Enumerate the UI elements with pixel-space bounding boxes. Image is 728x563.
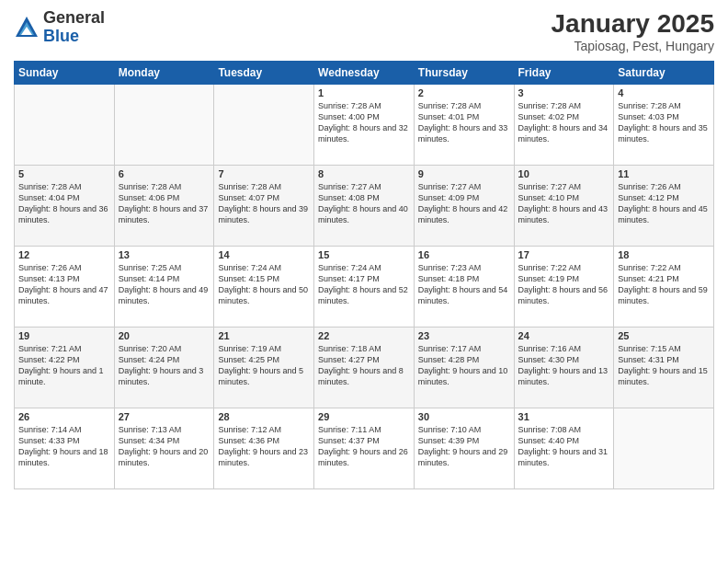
month-title: January 2025 bbox=[552, 9, 714, 39]
day-cell bbox=[114, 85, 214, 166]
day-cell: 19 Sunrise: 7:21 AMSunset: 4:22 PMDaylig… bbox=[15, 327, 115, 408]
day-info: Sunrise: 7:22 AMSunset: 4:21 PMDaylight:… bbox=[618, 262, 710, 307]
day-info: Sunrise: 7:28 AMSunset: 4:02 PMDaylight:… bbox=[518, 100, 610, 145]
day-cell: 2 Sunrise: 7:28 AMSunset: 4:01 PMDayligh… bbox=[414, 85, 514, 166]
col-tuesday: Tuesday bbox=[214, 62, 314, 85]
day-number: 29 bbox=[318, 411, 410, 422]
day-info: Sunrise: 7:13 AMSunset: 4:34 PMDaylight:… bbox=[119, 424, 210, 469]
day-number: 8 bbox=[318, 168, 410, 179]
day-cell: 1 Sunrise: 7:28 AMSunset: 4:00 PMDayligh… bbox=[314, 85, 415, 166]
day-cell: 17 Sunrise: 7:22 AMSunset: 4:19 PMDaylig… bbox=[514, 247, 614, 327]
col-sunday: Sunday bbox=[15, 62, 115, 85]
day-cell: 10 Sunrise: 7:27 AMSunset: 4:10 PMDaylig… bbox=[514, 166, 614, 247]
day-cell: 26 Sunrise: 7:14 AMSunset: 4:33 PMDaylig… bbox=[15, 408, 115, 489]
week-row-1: 1 Sunrise: 7:28 AMSunset: 4:00 PMDayligh… bbox=[15, 85, 714, 166]
day-info: Sunrise: 7:24 AMSunset: 4:17 PMDaylight:… bbox=[318, 262, 410, 307]
day-cell: 5 Sunrise: 7:28 AMSunset: 4:04 PMDayligh… bbox=[15, 166, 115, 247]
day-number: 25 bbox=[618, 330, 710, 341]
day-number: 9 bbox=[418, 168, 510, 179]
day-info: Sunrise: 7:26 AMSunset: 4:13 PMDaylight:… bbox=[18, 262, 110, 307]
day-number: 22 bbox=[318, 330, 410, 341]
day-cell: 29 Sunrise: 7:11 AMSunset: 4:37 PMDaylig… bbox=[314, 408, 415, 489]
day-cell: 14 Sunrise: 7:24 AMSunset: 4:15 PMDaylig… bbox=[214, 247, 314, 327]
day-cell: 21 Sunrise: 7:19 AMSunset: 4:25 PMDaylig… bbox=[214, 327, 314, 408]
calendar-table: Sunday Monday Tuesday Wednesday Thursday… bbox=[14, 61, 714, 489]
day-info: Sunrise: 7:28 AMSunset: 4:07 PMDaylight:… bbox=[218, 181, 310, 226]
day-cell: 12 Sunrise: 7:26 AMSunset: 4:13 PMDaylig… bbox=[15, 247, 115, 327]
day-info: Sunrise: 7:28 AMSunset: 4:04 PMDaylight:… bbox=[18, 181, 110, 226]
location: Tapiosag, Pest, Hungary bbox=[552, 39, 714, 53]
title-block: January 2025 Tapiosag, Pest, Hungary bbox=[552, 9, 714, 53]
week-row-2: 5 Sunrise: 7:28 AMSunset: 4:04 PMDayligh… bbox=[15, 166, 714, 247]
day-info: Sunrise: 7:12 AMSunset: 4:36 PMDaylight:… bbox=[218, 424, 310, 469]
day-cell: 4 Sunrise: 7:28 AMSunset: 4:03 PMDayligh… bbox=[614, 85, 714, 166]
day-cell: 23 Sunrise: 7:17 AMSunset: 4:28 PMDaylig… bbox=[414, 327, 514, 408]
day-info: Sunrise: 7:19 AMSunset: 4:25 PMDaylight:… bbox=[218, 343, 310, 388]
logo-blue: Blue bbox=[43, 27, 79, 45]
day-cell bbox=[15, 85, 115, 166]
day-cell: 3 Sunrise: 7:28 AMSunset: 4:02 PMDayligh… bbox=[514, 85, 614, 166]
day-number: 12 bbox=[18, 249, 110, 260]
day-info: Sunrise: 7:14 AMSunset: 4:33 PMDaylight:… bbox=[18, 424, 110, 469]
day-number: 11 bbox=[618, 168, 710, 179]
day-cell: 15 Sunrise: 7:24 AMSunset: 4:17 PMDaylig… bbox=[314, 247, 415, 327]
col-friday: Friday bbox=[514, 62, 614, 85]
day-number: 5 bbox=[18, 168, 110, 179]
day-cell: 7 Sunrise: 7:28 AMSunset: 4:07 PMDayligh… bbox=[214, 166, 314, 247]
day-cell bbox=[214, 85, 314, 166]
day-cell: 9 Sunrise: 7:27 AMSunset: 4:09 PMDayligh… bbox=[414, 166, 514, 247]
day-info: Sunrise: 7:18 AMSunset: 4:27 PMDaylight:… bbox=[318, 343, 410, 388]
col-saturday: Saturday bbox=[614, 62, 714, 85]
calendar-container: General Blue January 2025 Tapiosag, Pest… bbox=[0, 0, 728, 494]
day-number: 6 bbox=[119, 168, 210, 179]
day-cell: 20 Sunrise: 7:20 AMSunset: 4:24 PMDaylig… bbox=[114, 327, 214, 408]
day-number: 3 bbox=[518, 87, 610, 98]
logo: General Blue bbox=[14, 9, 105, 46]
day-info: Sunrise: 7:17 AMSunset: 4:28 PMDaylight:… bbox=[418, 343, 510, 388]
day-info: Sunrise: 7:24 AMSunset: 4:15 PMDaylight:… bbox=[218, 262, 310, 307]
logo-text: General Blue bbox=[43, 9, 105, 46]
day-info: Sunrise: 7:23 AMSunset: 4:18 PMDaylight:… bbox=[418, 262, 510, 307]
day-number: 1 bbox=[318, 87, 410, 98]
day-number: 21 bbox=[218, 330, 310, 341]
day-info: Sunrise: 7:10 AMSunset: 4:39 PMDaylight:… bbox=[418, 424, 510, 469]
day-info: Sunrise: 7:27 AMSunset: 4:10 PMDaylight:… bbox=[518, 181, 610, 226]
day-number: 23 bbox=[418, 330, 510, 341]
col-monday: Monday bbox=[114, 62, 214, 85]
day-info: Sunrise: 7:25 AMSunset: 4:14 PMDaylight:… bbox=[119, 262, 210, 307]
day-info: Sunrise: 7:28 AMSunset: 4:00 PMDaylight:… bbox=[318, 100, 410, 145]
day-number: 17 bbox=[518, 249, 610, 260]
day-number: 15 bbox=[318, 249, 410, 260]
day-cell: 13 Sunrise: 7:25 AMSunset: 4:14 PMDaylig… bbox=[114, 247, 214, 327]
logo-general: General bbox=[43, 8, 105, 27]
day-info: Sunrise: 7:11 AMSunset: 4:37 PMDaylight:… bbox=[318, 424, 410, 469]
day-cell: 24 Sunrise: 7:16 AMSunset: 4:30 PMDaylig… bbox=[514, 327, 614, 408]
week-row-5: 26 Sunrise: 7:14 AMSunset: 4:33 PMDaylig… bbox=[15, 408, 714, 489]
day-number: 30 bbox=[418, 411, 510, 422]
day-cell: 6 Sunrise: 7:28 AMSunset: 4:06 PMDayligh… bbox=[114, 166, 214, 247]
day-cell: 28 Sunrise: 7:12 AMSunset: 4:36 PMDaylig… bbox=[214, 408, 314, 489]
day-number: 18 bbox=[618, 249, 710, 260]
day-info: Sunrise: 7:28 AMSunset: 4:01 PMDaylight:… bbox=[418, 100, 510, 145]
day-cell: 16 Sunrise: 7:23 AMSunset: 4:18 PMDaylig… bbox=[414, 247, 514, 327]
day-number: 31 bbox=[518, 411, 610, 422]
calendar-body: 1 Sunrise: 7:28 AMSunset: 4:00 PMDayligh… bbox=[15, 85, 714, 489]
day-number: 16 bbox=[418, 249, 510, 260]
day-info: Sunrise: 7:28 AMSunset: 4:03 PMDaylight:… bbox=[618, 100, 710, 145]
day-info: Sunrise: 7:28 AMSunset: 4:06 PMDaylight:… bbox=[119, 181, 210, 226]
logo-icon bbox=[14, 15, 40, 40]
day-number: 28 bbox=[218, 411, 310, 422]
day-cell: 25 Sunrise: 7:15 AMSunset: 4:31 PMDaylig… bbox=[614, 327, 714, 408]
day-number: 13 bbox=[119, 249, 210, 260]
day-number: 19 bbox=[18, 330, 110, 341]
col-thursday: Thursday bbox=[414, 62, 514, 85]
day-number: 14 bbox=[218, 249, 310, 260]
day-cell: 31 Sunrise: 7:08 AMSunset: 4:40 PMDaylig… bbox=[514, 408, 614, 489]
day-info: Sunrise: 7:15 AMSunset: 4:31 PMDaylight:… bbox=[618, 343, 710, 388]
day-number: 27 bbox=[119, 411, 210, 422]
week-row-3: 12 Sunrise: 7:26 AMSunset: 4:13 PMDaylig… bbox=[15, 247, 714, 327]
day-info: Sunrise: 7:27 AMSunset: 4:09 PMDaylight:… bbox=[418, 181, 510, 226]
day-cell: 30 Sunrise: 7:10 AMSunset: 4:39 PMDaylig… bbox=[414, 408, 514, 489]
col-wednesday: Wednesday bbox=[314, 62, 415, 85]
day-info: Sunrise: 7:22 AMSunset: 4:19 PMDaylight:… bbox=[518, 262, 610, 307]
